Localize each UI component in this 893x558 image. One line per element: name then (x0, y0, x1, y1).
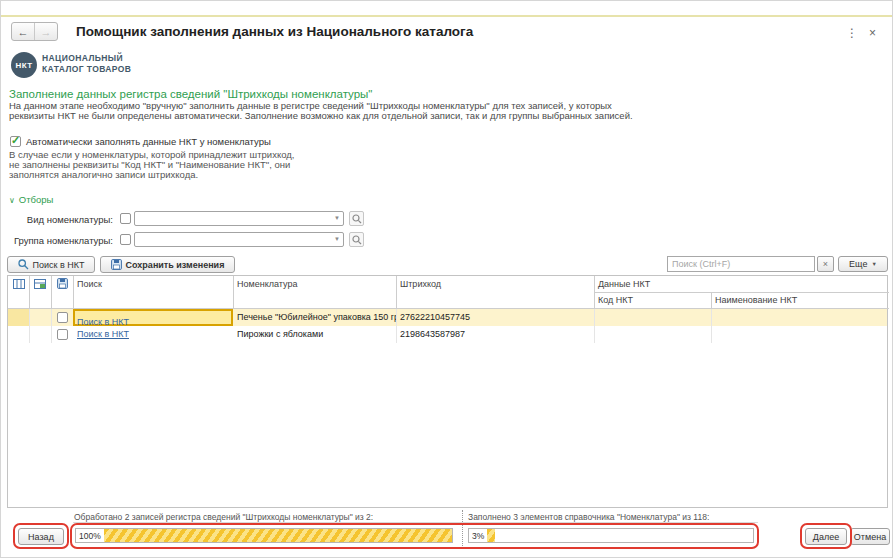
footer-separator (73, 522, 758, 523)
table-row[interactable]: ✓ Поиск в НКТ Печенье "Юбилейное" упаков… (8, 309, 887, 326)
search-nkt-button-label: Поиск в НКТ (33, 260, 85, 270)
cell-barcode[interactable]: 27622210457745 (396, 309, 594, 326)
window-title: Помощник заполнения данных из Национальн… (76, 24, 473, 39)
barcodes-table: Поиск Номенклатура Штрихкод Данные НКТ К… (7, 275, 888, 508)
forward-arrow-icon[interactable]: → (35, 23, 57, 40)
column-header-nkt-code[interactable]: Код НКТ (594, 292, 711, 308)
status-divider (462, 510, 463, 548)
top-accent-line (1, 15, 893, 17)
magnifier-icon (18, 259, 29, 270)
chevron-down-icon: ∨ (9, 196, 15, 205)
clear-search-button[interactable]: × (817, 256, 834, 272)
auto-fill-checkbox[interactable]: ✓ (10, 136, 21, 147)
row-select-checkbox[interactable]: ✓ (57, 329, 68, 340)
cell-nomenclature[interactable]: Печенье "Юбилейное" упаковка 150 гр (233, 309, 396, 326)
current-row-marker (8, 309, 29, 326)
nav-history-group: ← → (11, 22, 58, 41)
filter-group-label: Группа номенклатуры: (9, 235, 113, 246)
search-nkt-button[interactable]: Поиск в НКТ (7, 256, 95, 273)
filter-kind-input[interactable] (134, 211, 344, 226)
step-heading: Заполнение данных регистра сведений "Штр… (9, 88, 372, 100)
row-select-checkbox[interactable]: ✓ (57, 312, 68, 323)
progress-bar-processed: 100% (75, 528, 453, 543)
nkt-logo-text: НАЦИОНАЛЬНЫЙ КАТАЛОГ ТОВАРОВ (42, 53, 131, 75)
progress-bar-filled: 3% (468, 528, 754, 543)
quick-search-input[interactable] (667, 256, 815, 272)
table-grid-icon (34, 278, 46, 290)
cell-nkt-name[interactable] (711, 326, 887, 343)
column-header-barcode[interactable]: Штрихкод (396, 276, 594, 292)
close-icon[interactable]: × (869, 26, 876, 40)
step-description: На данном этапе необходимо "вручную" зап… (9, 101, 654, 122)
filter-kind-open-button[interactable] (349, 211, 364, 226)
progress2-label: Заполнено 3 элементов справочника "Номен… (468, 512, 709, 522)
progress1-value: 100% (76, 531, 104, 541)
cancel-button[interactable]: Отмена (850, 528, 890, 545)
menu-dots-icon[interactable]: ⋮ (846, 26, 858, 40)
save-changes-button-label: Сохранить изменения (126, 260, 225, 270)
next-button[interactable]: Далее (805, 528, 847, 545)
cell-nkt-name[interactable] (711, 309, 887, 326)
column-header-nkt-data[interactable]: Данные НКТ (594, 276, 889, 292)
table-row[interactable]: ✓ Поиск в НКТ Пирожки с яблоками 2198643… (8, 326, 887, 343)
filter-kind-checkbox[interactable]: ✓ (120, 213, 131, 224)
filter-group-input[interactable] (134, 232, 344, 247)
dropdown-arrow-icon[interactable]: ▼ (334, 215, 340, 221)
auto-fill-checkbox-label[interactable]: Автоматически заполнять данные НКТ у ном… (26, 136, 271, 147)
cell-nkt-code[interactable] (594, 309, 711, 326)
filters-group-label: Отборы (19, 194, 54, 205)
progress1-label: Обработано 2 записей регистра сведений "… (74, 512, 373, 522)
save-icon (57, 278, 68, 289)
search-in-nkt-link[interactable]: Поиск в НКТ (77, 329, 129, 339)
caret-down-icon: ▼ (871, 261, 876, 267)
more-actions-label: Еще (849, 259, 867, 269)
selected-cell[interactable]: Поиск в НКТ (73, 309, 233, 326)
column-header-nkt-name[interactable]: Наименование НКТ (711, 292, 889, 308)
check-icon: ✓ (11, 134, 20, 147)
table-columns-icon (13, 278, 25, 290)
back-button[interactable]: Назад (18, 528, 64, 545)
filter-group-checkbox[interactable]: ✓ (120, 234, 131, 245)
save-changes-button[interactable]: Сохранить изменения (100, 256, 235, 273)
table-settings-button[interactable] (29, 276, 51, 295)
back-arrow-icon[interactable]: ← (12, 23, 35, 40)
filter-kind-label: Вид номенклатуры: (9, 214, 113, 225)
logo-line1: НАЦИОНАЛЬНЫЙ (42, 53, 131, 64)
column-header-nomenclature[interactable]: Номенклатура (233, 276, 396, 292)
column-settings-button[interactable] (8, 276, 29, 295)
filters-group-toggle[interactable]: ∨Отборы (9, 194, 53, 205)
progress2-value: 3% (469, 531, 487, 541)
filter-group-open-button[interactable] (349, 232, 364, 247)
cell-nomenclature[interactable]: Пирожки с яблоками (233, 326, 396, 343)
auto-fill-note: В случае если у номенклатуры, которой пр… (9, 150, 305, 180)
save-icon (111, 259, 122, 270)
wizard-window: ← → Помощник заполнения данных из Национ… (0, 0, 893, 558)
magnifier-icon (352, 214, 362, 224)
logo-line2: КАТАЛОГ ТОВАРОВ (42, 64, 131, 75)
dropdown-arrow-icon[interactable]: ▼ (334, 236, 340, 242)
nkt-logo-icon: НКТ (11, 52, 37, 78)
column-header-search[interactable]: Поиск (73, 276, 233, 292)
cell-nkt-code[interactable] (594, 326, 711, 343)
save-table-settings-button[interactable] (51, 276, 73, 294)
more-actions-button[interactable]: Еще ▼ (838, 256, 888, 272)
magnifier-icon (352, 235, 362, 245)
cell-barcode[interactable]: 2198643587987 (396, 326, 594, 343)
